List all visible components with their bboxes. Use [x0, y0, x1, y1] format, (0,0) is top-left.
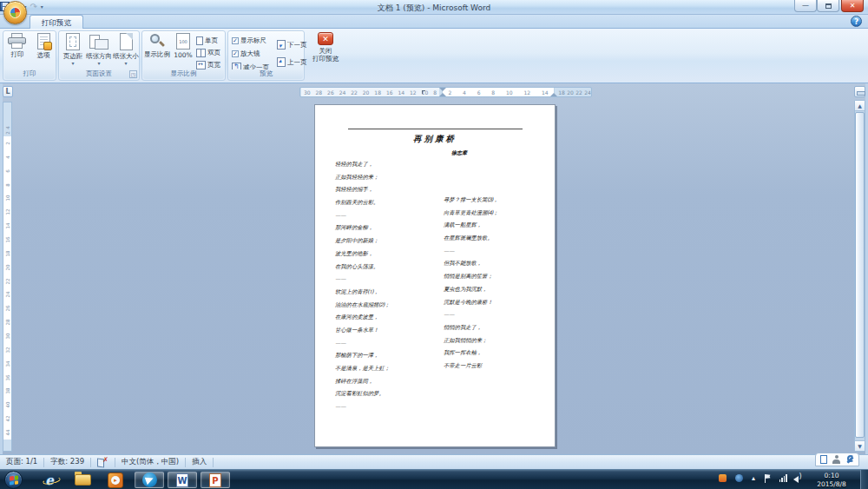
poem-line: —— — [335, 275, 390, 288]
margins-button[interactable]: 页边距 ▾ — [61, 33, 85, 71]
person-tool-icon[interactable] — [832, 455, 840, 464]
show-ruler-checkbox[interactable]: ✓ 显示标尺 — [232, 36, 266, 45]
ruler-number: 26 — [5, 306, 10, 312]
taskbar-ie-button[interactable]: e — [36, 472, 62, 488]
show-desktop-button[interactable] — [860, 470, 868, 489]
word-count[interactable]: 字数: 239 — [44, 457, 90, 467]
prev-page-button[interactable]: ▴ 上一页 — [277, 57, 307, 67]
taskbar-powerpoint-button[interactable]: P — [201, 472, 230, 488]
zoom-button[interactable]: 显示比例 — [144, 33, 170, 71]
poem-line: 寻梦？撑一支长篙⑶， — [444, 196, 498, 209]
poem-line: —— — [335, 212, 390, 225]
ruler-number: 16 — [5, 236, 10, 242]
print-options-button[interactable]: 选项 — [31, 33, 56, 71]
group-print: 打印 选项 打印 — [3, 30, 56, 81]
poem-line: 正如我轻轻的来； — [335, 174, 390, 187]
magnifier-icon — [149, 33, 165, 49]
close-print-preview-button[interactable]: ✕ 关闭 打印预览 — [308, 32, 343, 76]
poem-right-column: 寻梦？撑一支长篙⑶，向青草更青处漫溯⑷；满载一船星辉，在星辉斑斓里放歌。——但我… — [444, 196, 498, 375]
taskbar-word-button[interactable]: W — [168, 472, 197, 488]
taskbar-media-player-button[interactable]: ▸ — [102, 472, 128, 488]
ruler-number: 30 — [304, 89, 311, 96]
ribbon-tab-row: 打印预览 ? — [0, 15, 868, 29]
start-button[interactable] — [4, 471, 23, 489]
word-icon: W — [176, 473, 188, 487]
taskbar-clock[interactable]: 0:10 2015/8/8 — [809, 472, 854, 488]
left-indent-marker[interactable] — [439, 93, 446, 96]
paper-size-button[interactable]: 纸张大小 ▾ — [114, 33, 138, 71]
page-indicator[interactable]: 页面: 1/1 — [0, 457, 43, 467]
tray-app-blue[interactable] — [733, 474, 744, 482]
zoom-100-button[interactable]: 100 100% — [172, 33, 194, 71]
scrollbar-thumb[interactable] — [855, 112, 865, 438]
ruler-number: 38 — [5, 388, 10, 394]
poem-line: 作别西天的云彩。 — [335, 199, 390, 212]
printer-icon — [8, 33, 27, 49]
ruler-number: 4 — [5, 155, 10, 159]
poem-line: 那河畔的金柳， — [335, 224, 390, 237]
page-setup-dialog-launcher[interactable]: ◳ — [129, 70, 137, 78]
magnifier-checkbox[interactable]: ✓ 放大镜 — [232, 50, 260, 58]
window-title: 文档 1 (预览) - Microsoft Word — [0, 3, 868, 14]
document-page[interactable]: 再别康桥 徐志摩 轻轻的我走了，正如我轻轻的来；我轻轻的招手，作别西天的云彩。—… — [314, 104, 556, 447]
one-page-button[interactable]: 单页 — [196, 36, 218, 45]
ruler-number: 16 — [386, 89, 393, 96]
two-pages-button[interactable]: 双页 — [196, 49, 220, 57]
insert-mode-indicator[interactable]: 插入 — [186, 457, 213, 467]
maximize-button[interactable] — [817, 0, 839, 12]
first-line-indent-marker[interactable] — [439, 88, 446, 91]
group-page-setup: 页边距 ▾ 纸张方向 ▾ 纸张大小 ▾ 页面设置 ◳ — [58, 30, 140, 81]
poem-line: 夏虫也为我沉默， — [444, 286, 498, 299]
scroll-up-icon[interactable]: ▲ — [855, 101, 865, 111]
taskbar-browser-button[interactable] — [135, 472, 164, 488]
proofing-book-icon — [97, 458, 108, 466]
poem-line: 轻轻的我走了， — [335, 161, 390, 174]
wrench-tool-icon[interactable] — [845, 455, 854, 464]
print-button[interactable]: 打印 — [5, 33, 30, 71]
page-tool-icon[interactable] — [820, 455, 827, 464]
next-page-button[interactable]: ▾ 下一页 — [277, 40, 307, 50]
ruler-number: 28 — [5, 320, 10, 326]
ruler-number: 4 — [463, 89, 466, 96]
ruler-number: 34 — [5, 360, 10, 367]
prev-page-icon: ▴ — [277, 57, 286, 67]
right-indent-marker[interactable] — [550, 93, 557, 96]
page-100-icon: 100 — [176, 33, 190, 50]
poem-line: 在我的心头荡漾。 — [335, 263, 390, 276]
page-width-button[interactable]: 页宽 — [196, 61, 220, 69]
minimize-button[interactable]: — — [794, 0, 817, 12]
group-label-page-setup: 页面设置 — [60, 69, 138, 79]
vertical-scrollbar[interactable]: ▲ ▼ — [854, 100, 865, 452]
tray-show-hidden-icons[interactable]: ▴ — [748, 474, 759, 482]
office-button[interactable] — [3, 1, 27, 24]
tab-print-preview[interactable]: 打印预览 — [30, 15, 83, 29]
vertical-ruler[interactable]: 42 2468101214161820222426283032343638404… — [3, 102, 12, 452]
help-button[interactable]: ? — [851, 16, 862, 27]
tray-network[interactable] — [778, 474, 789, 482]
ruler-number: 20 — [363, 89, 370, 96]
tray-action-center[interactable] — [762, 474, 773, 483]
taskbar-explorer-button[interactable] — [69, 472, 95, 488]
poem-line: —— — [335, 340, 390, 353]
one-page-icon — [196, 36, 203, 45]
ruler-left-numbers: 30282624222018161412108 — [301, 88, 439, 96]
language-indicator[interactable]: 中文(简体，中国) — [115, 457, 185, 467]
ruler-number: 10 — [5, 195, 10, 202]
proofing-status[interactable] — [91, 458, 115, 466]
next-page-icon: ▾ — [277, 40, 286, 50]
view-ruler-toggle-button[interactable] — [854, 86, 865, 97]
tray-volume[interactable] — [792, 474, 802, 482]
close-button[interactable]: ✕ — [841, 0, 864, 12]
poem-line: 不带走一片云彩 — [444, 362, 498, 375]
group-preview: ✓ 显示标尺 ✓ 放大镜 减少一页 ▾ 下一页 ▴ 上一页 预览 — [227, 30, 305, 81]
checkbox-checked-icon: ✓ — [232, 50, 239, 57]
poem-line: 正如我悄悄的来； — [444, 337, 498, 350]
tray-app-orange[interactable] — [717, 474, 727, 482]
horizontal-ruler[interactable]: 30282624222018161412108 2468101214 18202… — [299, 87, 592, 97]
orientation-button[interactable]: 纸张方向 ▾ — [87, 33, 111, 71]
ruler-number: 24 — [339, 89, 346, 96]
ruler-number: 20 — [567, 89, 574, 96]
scroll-down-icon[interactable]: ▼ — [855, 440, 865, 451]
ruler-number: 42 — [5, 416, 10, 422]
tab-stop-selector[interactable]: L — [3, 86, 13, 97]
